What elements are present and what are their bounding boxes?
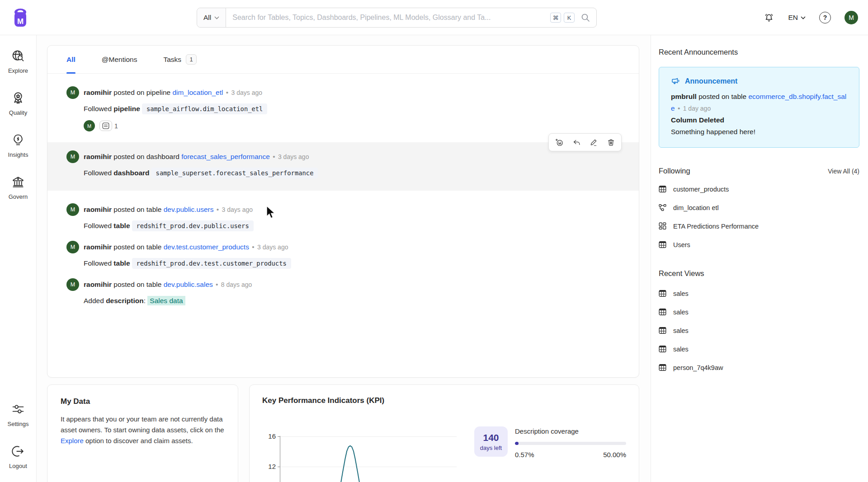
comment-count: 1	[114, 122, 118, 130]
entry-avatar[interactable]: M	[66, 86, 79, 99]
entity-fqn-chip: sample_superset.forecast_sales_performan…	[151, 168, 318, 178]
sidebar-item-insights[interactable]: Insights	[8, 133, 28, 158]
coverage-progress-bar	[515, 442, 626, 445]
entity-link[interactable]: dev.public.sales	[164, 281, 213, 288]
list-item[interactable]: dim_location etl	[659, 198, 859, 217]
list-item-label: dim_location etl	[673, 204, 719, 211]
openmetadata-logo-icon[interactable]: M	[11, 8, 30, 28]
announcement-card: Announcement pmbrull posted on table eco…	[659, 67, 859, 148]
settings-icon	[11, 402, 25, 416]
following-list: customer_products dim_location etl ETA P…	[659, 180, 859, 254]
entry-body: Followed pipelinesample_airflow.dim_loca…	[84, 105, 620, 113]
tab-mentions[interactable]: @Mentions	[102, 46, 137, 73]
entity-link[interactable]: dev.public.users	[164, 206, 214, 213]
list-item-label: sales	[673, 346, 689, 353]
days-left-value: 140	[483, 432, 499, 443]
comment-icon	[102, 122, 109, 129]
table-icon	[659, 345, 666, 353]
chevron-down-icon	[801, 16, 806, 19]
entry-avatar[interactable]: M	[66, 150, 79, 163]
recent-views-list: sales sales sales sales person_7q4k9aw	[659, 284, 859, 377]
reaction-avatar: M	[84, 120, 95, 131]
insights-icon	[11, 133, 25, 147]
entry-user[interactable]: raomihir	[84, 89, 112, 96]
entity-link[interactable]: dim_location_etl	[172, 89, 223, 96]
entity-fqn-chip: redshift_prod.dev.public.users	[132, 220, 254, 231]
feed-entry: M raomihir posted on table dev.public.us…	[47, 195, 639, 233]
tasks-count-badge: 1	[186, 54, 197, 65]
entity-fqn-chip: redshift_prod.dev.test.customer_products	[132, 258, 291, 269]
entry-time: 3 days ago	[231, 89, 263, 96]
table-icon	[659, 290, 666, 297]
sidebar-item-govern[interactable]: Govern	[9, 175, 28, 200]
entity-fqn-chip: sample_airflow.dim_location_etl	[142, 103, 268, 114]
sidebar-item-logout[interactable]: Logout	[9, 444, 27, 469]
entity-link[interactable]: forecast_sales_performance	[181, 153, 270, 160]
entry-avatar[interactable]: M	[66, 241, 79, 253]
coverage-current: 0.57%	[515, 451, 534, 459]
entry-avatar[interactable]: M	[66, 278, 79, 291]
sidebar-item-explore[interactable]: Explore	[8, 49, 28, 74]
entry-user[interactable]: raomihir	[84, 281, 112, 288]
logout-icon	[11, 444, 25, 459]
list-item-label: person_7q4k9aw	[673, 364, 723, 371]
y-tick-16: 16	[258, 432, 276, 440]
entry-body: Added description: Sales data	[84, 297, 620, 305]
entry-reactions: M 1	[84, 120, 620, 131]
pipeline-icon	[659, 204, 666, 211]
k-key-badge: K	[564, 13, 575, 23]
list-item-label: sales	[673, 290, 689, 297]
tab-tasks[interactable]: Tasks 1	[163, 46, 197, 73]
entity-link[interactable]: dev.test.customer_products	[164, 243, 249, 251]
list-item[interactable]: sales	[659, 321, 859, 340]
user-avatar[interactable]: M	[844, 11, 858, 24]
entry-user[interactable]: raomihir	[84, 153, 112, 160]
following-view-all-link[interactable]: View All (4)	[828, 168, 859, 175]
edit-icon	[590, 138, 598, 147]
coverage-label: Description coverage	[515, 427, 626, 435]
list-item[interactable]: person_7q4k9aw	[659, 358, 859, 377]
entry-header: M raomihir posted on table dev.public.us…	[66, 203, 620, 216]
kpi-chart: 16 12 8	[258, 406, 470, 482]
days-left-label: days left	[480, 445, 502, 451]
entry-time: 3 days ago	[278, 153, 309, 160]
sidebar-item-quality[interactable]: Quality	[9, 91, 27, 116]
search-scope-select[interactable]: All	[197, 8, 226, 27]
list-item[interactable]: sales	[659, 303, 859, 321]
govern-icon	[11, 175, 25, 189]
feed-entry: M raomihir posted on table dev.public.sa…	[47, 270, 639, 308]
list-item[interactable]: sales	[659, 340, 859, 358]
reply-button[interactable]	[568, 135, 585, 150]
recent-announcements-title: Recent Announcements	[659, 48, 859, 56]
entry-avatar[interactable]: M	[66, 203, 79, 216]
list-item-label: customer_products	[673, 186, 729, 193]
search-icon[interactable]	[581, 13, 590, 22]
tab-all[interactable]: All	[66, 46, 75, 73]
delete-button[interactable]	[602, 135, 619, 150]
kpi-card: Key Performance Indicators (KPI) 16 12 8…	[249, 384, 639, 482]
entry-header: M raomihir posted on pipeline dim_locati…	[66, 86, 620, 99]
list-item[interactable]: ETA Predictions Performance	[659, 217, 859, 235]
help-icon[interactable]: ?	[819, 12, 831, 23]
sidebar-item-settings[interactable]: Settings	[8, 402, 29, 427]
added-description-highlight: Sales data	[147, 296, 185, 305]
edit-button[interactable]	[585, 135, 602, 150]
announcement-message: Something happened here!	[671, 126, 847, 138]
y-tick-12: 12	[258, 463, 276, 470]
following-title: Following	[659, 167, 690, 175]
entry-user[interactable]: raomihir	[84, 243, 112, 251]
list-item[interactable]: Users	[659, 235, 859, 254]
comment-count-button[interactable]: 1	[99, 121, 118, 131]
list-item[interactable]: sales	[659, 284, 859, 303]
language-select[interactable]: EN	[788, 14, 806, 22]
entry-user[interactable]: raomihir	[84, 206, 112, 213]
list-item[interactable]: customer_products	[659, 180, 859, 198]
main-content: All @Mentions Tasks 1 M raomihir posted …	[37, 35, 651, 482]
reaction-button[interactable]	[551, 135, 568, 150]
explore-link[interactable]: Explore	[61, 437, 84, 445]
search-input[interactable]	[226, 14, 550, 22]
recent-views-title: Recent Views	[659, 269, 859, 278]
notification-bell-icon[interactable]	[764, 12, 774, 23]
list-item-label: Users	[673, 241, 690, 248]
cmd-key-badge: ⌘	[550, 13, 561, 23]
